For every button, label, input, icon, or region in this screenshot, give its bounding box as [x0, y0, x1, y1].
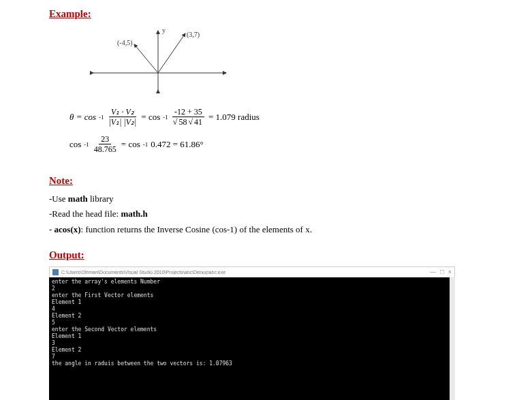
f1-theta: θ = cos [69, 112, 96, 123]
console-line: enter the Second Vector elements [52, 326, 447, 333]
f2-num: 23 [99, 134, 111, 144]
f1-num2: -12 + 35 [172, 107, 204, 117]
formula-cos: cos-1 23 48.765 = cos-1 0.472 = 61.86° [69, 134, 532, 155]
console-line: enter the First Vector elements [52, 292, 447, 299]
console-line: Element 2 [52, 347, 447, 354]
console-titlebar: C:\Users\Othman\Documents\Visual Studio … [49, 266, 455, 277]
f2-sup2: -1 [143, 141, 148, 148]
n3-suf: : function returns the Inverse Cosine (c… [81, 224, 312, 234]
close-button[interactable]: × [448, 269, 452, 275]
n2-bold: math.h [121, 209, 147, 219]
console-line: 7 [52, 354, 447, 360]
n1-bold: math [68, 194, 88, 204]
console-line: 3 [52, 340, 447, 347]
n1-suf: library [88, 194, 114, 204]
f1-result: = 1.079 radius [208, 112, 260, 123]
console-line: enter the array's elements Number [52, 279, 447, 286]
console-line: Element 2 [52, 313, 447, 320]
f2-den: 48.765 [92, 144, 119, 154]
n1-pre: -Use [49, 194, 68, 204]
f1-sqrt-a: 58 [177, 117, 188, 127]
f2-rhs: 0.472 = 61.86° [151, 139, 204, 150]
note-heading: Note: [49, 175, 532, 187]
f2-lhs: cos [69, 139, 81, 150]
f2-eq: = cos [121, 139, 140, 150]
maximize-button[interactable]: □ [440, 269, 443, 275]
n3-pre: - [49, 224, 54, 234]
app-icon [52, 269, 59, 275]
console-line: Element 1 [52, 333, 447, 340]
f2-sup1: -1 [84, 141, 89, 148]
svg-line-2 [134, 44, 158, 73]
console-output: enter the array's elements Number2enter … [49, 277, 455, 400]
n3-bold: acos(x) [54, 224, 81, 234]
f1-sup2: -1 [163, 114, 168, 121]
point1-label: (-4,5) [117, 39, 133, 46]
svg-line-3 [158, 33, 185, 73]
console-title: C:\Users\Othman\Documents\Visual Studio … [61, 270, 427, 275]
f1-sup1: -1 [99, 114, 104, 121]
formula-block: θ = cos-1 V₁ · V₂ |V₁| |V₂| = cos-1 -12 … [69, 107, 532, 155]
f1-sqrt-b: 41 [193, 117, 204, 127]
y-axis-label: y [162, 27, 166, 34]
output-heading: Output: [49, 249, 532, 261]
console-line: 2 [52, 286, 447, 292]
minimize-button[interactable]: — [430, 269, 436, 275]
n2-pre: -Read the head file: [49, 209, 121, 219]
point2-label: (3,7) [187, 31, 200, 38]
note-block: -Use math library -Read the head file: m… [49, 192, 532, 237]
console-window: C:\Users\Othman\Documents\Visual Studio … [49, 266, 455, 400]
vector-diagram: y (-4,5) (3,7) [76, 25, 281, 93]
example-heading: Example: [49, 8, 532, 20]
formula-theta: θ = cos-1 V₁ · V₂ |V₁| |V₂| = cos-1 -12 … [69, 107, 532, 127]
console-line: 4 [52, 306, 447, 313]
f1-den1: |V₁| |V₂| [107, 117, 139, 127]
f1-num1: V₁ · V₂ [109, 107, 136, 117]
console-line: the angle in raduis between the two vect… [52, 360, 447, 367]
console-line: 5 [52, 320, 447, 326]
console-line: Element 1 [52, 299, 447, 306]
f1-eq: = cos [141, 112, 160, 123]
